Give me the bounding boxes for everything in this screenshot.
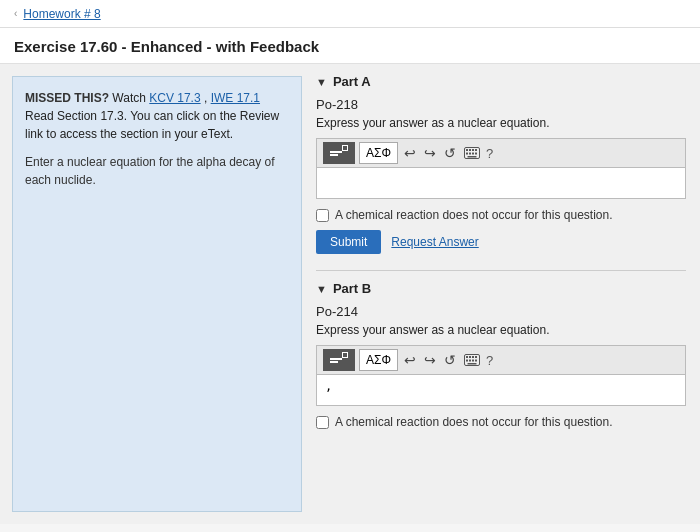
part-b-header: ▼ Part B (316, 281, 686, 296)
part-a-section: ▼ Part A Po-218 Express your answer as a… (316, 74, 686, 254)
left-panel: MISSED THIS? Watch KCV 17.3 , IWE 17.1 R… (12, 76, 302, 512)
left-panel-instruction: Enter a nuclear equation for the alpha d… (25, 153, 289, 189)
part-b-input-container: , (316, 374, 686, 409)
svg-rect-12 (469, 356, 471, 358)
svg-rect-17 (472, 360, 474, 362)
right-panel: ▼ Part A Po-218 Express your answer as a… (302, 64, 700, 524)
comma-sep: , (204, 91, 211, 105)
part-b-undo-button[interactable]: ↩ (402, 352, 418, 368)
part-a-action-row: Submit Request Answer (316, 230, 686, 254)
part-b-keyboard-button[interactable] (462, 354, 482, 366)
back-chevron: ‹ (14, 8, 17, 19)
part-b-express-label: Express your answer as a nuclear equatio… (316, 323, 686, 337)
part-b-no-reaction-checkbox[interactable] (316, 416, 329, 429)
svg-rect-5 (466, 153, 468, 155)
svg-rect-3 (472, 149, 474, 151)
part-b-answer-input[interactable]: , (316, 374, 686, 406)
part-a-request-answer-link[interactable]: Request Answer (391, 235, 478, 249)
part-a-express-label: Express your answer as a nuclear equatio… (316, 116, 686, 130)
part-a-nuclide: Po-218 (316, 97, 686, 112)
svg-rect-14 (475, 356, 477, 358)
svg-rect-16 (469, 360, 471, 362)
part-a-refresh-button[interactable]: ↺ (442, 145, 458, 161)
breadcrumb-area: ‹ Homework # 8 (14, 7, 101, 21)
part-a-help-icon[interactable]: ? (486, 146, 493, 161)
svg-rect-8 (475, 153, 477, 155)
svg-rect-13 (472, 356, 474, 358)
part-a-collapse-arrow[interactable]: ▼ (316, 76, 327, 88)
top-bar: ‹ Homework # 8 (0, 0, 700, 28)
part-a-answer-input[interactable] (316, 167, 686, 199)
part-a-undo-button[interactable]: ↩ (402, 145, 418, 161)
part-a-checkbox-label: A chemical reaction does not occur for t… (335, 208, 612, 222)
svg-rect-2 (469, 149, 471, 151)
svg-rect-6 (469, 153, 471, 155)
svg-rect-9 (468, 156, 477, 158)
missed-label: MISSED THIS? (25, 91, 109, 105)
part-a-toolbar: ΑΣΦ ↩ ↪ ↺ (316, 138, 686, 167)
part-b-nuclide: Po-214 (316, 304, 686, 319)
page-header: Exercise 17.60 - Enhanced - with Feedbac… (0, 28, 700, 64)
breadcrumb-label[interactable]: Homework # 8 (23, 7, 100, 21)
part-a-checkbox-row: A chemical reaction does not occur for t… (316, 208, 686, 222)
part-b-checkbox-label: A chemical reaction does not occur for t… (335, 415, 612, 429)
main-layout: MISSED THIS? Watch KCV 17.3 , IWE 17.1 R… (0, 64, 700, 524)
part-divider (316, 270, 686, 271)
part-b-label: Part B (333, 281, 371, 296)
part-b-section: ▼ Part B Po-214 Express your answer as a… (316, 281, 686, 429)
part-a-keyboard-button[interactable] (462, 147, 482, 159)
part-b-asf-button[interactable]: ΑΣΦ (359, 349, 398, 371)
svg-rect-11 (466, 356, 468, 358)
svg-rect-4 (475, 149, 477, 151)
part-b-checkbox-row: A chemical reaction does not occur for t… (316, 415, 686, 429)
kcv-link[interactable]: KCV 17.3 (149, 91, 200, 105)
page-title: Exercise 17.60 - Enhanced - with Feedbac… (14, 38, 686, 55)
svg-rect-19 (468, 363, 477, 365)
iwe-link[interactable]: IWE 17.1 (211, 91, 260, 105)
part-b-collapse-arrow[interactable]: ▼ (316, 283, 327, 295)
part-a-equation-icon-btn[interactable] (323, 142, 355, 164)
part-b-help-icon[interactable]: ? (486, 353, 493, 368)
svg-rect-15 (466, 360, 468, 362)
part-b-refresh-button[interactable]: ↺ (442, 352, 458, 368)
part-a-asf-button[interactable]: ΑΣΦ (359, 142, 398, 164)
watch-text: Watch (112, 91, 149, 105)
svg-rect-7 (472, 153, 474, 155)
part-a-label: Part A (333, 74, 371, 89)
part-b-redo-button[interactable]: ↪ (422, 352, 438, 368)
read-text: Read Section 17.3. You can click on the … (25, 109, 279, 141)
part-a-no-reaction-checkbox[interactable] (316, 209, 329, 222)
svg-rect-1 (466, 149, 468, 151)
part-b-toolbar: ΑΣΦ ↩ ↪ ↺ (316, 345, 686, 374)
part-a-redo-button[interactable]: ↪ (422, 145, 438, 161)
svg-rect-18 (475, 360, 477, 362)
part-a-header: ▼ Part A (316, 74, 686, 89)
part-a-submit-button[interactable]: Submit (316, 230, 381, 254)
part-b-equation-icon-btn[interactable] (323, 349, 355, 371)
